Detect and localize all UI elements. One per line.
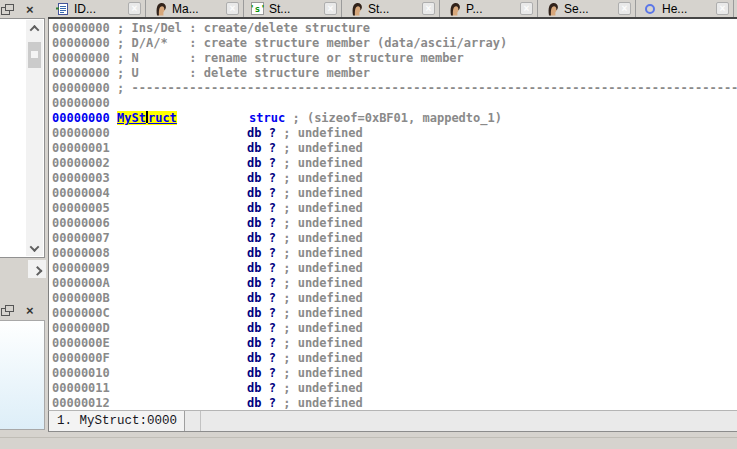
code-line-comment[interactable]: 00000000 ; N : rename structure or struc… bbox=[52, 51, 737, 66]
strings-icon: 's' bbox=[251, 2, 264, 15]
window-bottom-area bbox=[0, 432, 737, 449]
code-line-comment[interactable]: 00000000 ; D/A/* : create structure memb… bbox=[52, 36, 737, 51]
tab-label: P... bbox=[466, 2, 520, 16]
scroll-right-button[interactable] bbox=[28, 260, 46, 278]
code-line-comment[interactable]: 00000000 ; U : delete structure member bbox=[52, 66, 737, 81]
code-line-member[interactable]: 00000005 db ? ; undefined bbox=[52, 201, 737, 216]
tab-close-icon[interactable]: × bbox=[226, 2, 239, 15]
close-panel-icon[interactable]: × bbox=[26, 4, 34, 15]
float-window-icon[interactable] bbox=[1, 305, 14, 316]
code-line-member[interactable]: 0000000E db ? ; undefined bbox=[52, 336, 737, 351]
tab-label: St... bbox=[269, 2, 324, 16]
code-line-member[interactable]: 00000009 db ? ; undefined bbox=[52, 261, 737, 276]
tab-3-st[interactable]: 's'St...× bbox=[244, 0, 342, 17]
head-icon bbox=[153, 2, 167, 16]
tab-close-icon[interactable]: × bbox=[716, 2, 729, 15]
code-line-member[interactable]: 00000008 db ? ; undefined bbox=[52, 246, 737, 261]
tab-6-se[interactable]: Se...× bbox=[538, 0, 636, 17]
scroll-thumb[interactable] bbox=[28, 42, 41, 68]
tab-label: ID... bbox=[74, 2, 128, 16]
code-line-member[interactable]: 0000000B db ? ; undefined bbox=[52, 291, 737, 306]
struct-tab-label: 1. MyStruct:0000 bbox=[57, 414, 177, 428]
scroll-up-button[interactable] bbox=[26, 20, 43, 36]
tab-close-icon[interactable]: × bbox=[324, 2, 337, 15]
ring-icon bbox=[643, 2, 657, 16]
head-icon bbox=[447, 2, 461, 16]
tab-close-icon[interactable]: × bbox=[520, 2, 533, 15]
code-line-member[interactable]: 0000000A db ? ; undefined bbox=[52, 276, 737, 291]
code-line-member[interactable]: 00000002 db ? ; undefined bbox=[52, 156, 737, 171]
tab-close-icon[interactable]: × bbox=[128, 2, 141, 15]
vertical-scrollbar[interactable] bbox=[26, 20, 43, 256]
tab-5-p[interactable]: P...× bbox=[440, 0, 538, 17]
head-icon bbox=[349, 2, 363, 16]
code-line-member[interactable]: 0000000D db ? ; undefined bbox=[52, 321, 737, 336]
code-line-member[interactable]: 00000010 db ? ; undefined bbox=[52, 366, 737, 381]
list-icon bbox=[55, 2, 69, 16]
float-window-icon[interactable] bbox=[1, 4, 14, 15]
code-line-comment[interactable]: 00000000 bbox=[52, 96, 737, 111]
code-line-member[interactable]: 00000011 db ? ; undefined bbox=[52, 381, 737, 396]
code-line-member[interactable]: 00000006 db ? ; undefined bbox=[52, 216, 737, 231]
tab-close-icon[interactable]: × bbox=[618, 2, 631, 15]
head-icon bbox=[545, 2, 559, 16]
tab-7-he[interactable]: He...× bbox=[636, 0, 734, 17]
output-panel[interactable] bbox=[0, 320, 45, 430]
left-dock-strip: × × bbox=[0, 0, 46, 449]
tab-label: He... bbox=[662, 2, 716, 16]
tab-close-icon[interactable]: × bbox=[422, 2, 435, 15]
code-line-member[interactable]: 00000003 db ? ; undefined bbox=[52, 171, 737, 186]
tab-2-ma[interactable]: Ma...× bbox=[146, 0, 244, 17]
code-pane[interactable]: 00000000 ; Ins/Del : create/delete struc… bbox=[48, 19, 737, 410]
code-line-comment[interactable]: 00000000 ; Ins/Del : create/delete struc… bbox=[52, 21, 737, 36]
code-line-member[interactable]: 00000000 db ? ; undefined bbox=[52, 126, 737, 141]
text-caret bbox=[146, 111, 148, 123]
scroll-down-button[interactable] bbox=[26, 240, 43, 256]
tab-bar: ID...×Ma...×'s'St...×St...×P...×Se...×He… bbox=[48, 0, 737, 19]
output-panel-titlebar: × bbox=[0, 301, 46, 319]
left-panel-titlebar: × bbox=[0, 0, 46, 18]
struct-tab-mystruct[interactable]: 1. MyStruct:0000 bbox=[49, 411, 185, 431]
tab-1-id[interactable]: ID...× bbox=[48, 0, 146, 17]
code-line-struct-declaration[interactable]: 00000000 MyStruct struc ; (sizeof=0xBF01… bbox=[52, 111, 737, 126]
code-line-member[interactable]: 0000000F db ? ; undefined bbox=[52, 351, 737, 366]
tab-label: Ma... bbox=[172, 2, 226, 16]
tab-4-st[interactable]: St...× bbox=[342, 0, 440, 17]
struct-tab-bar: 1. MyStruct:0000 bbox=[48, 410, 737, 432]
statusbar-groove bbox=[0, 437, 737, 438]
strip-separator bbox=[200, 411, 201, 431]
code-line-member[interactable]: 00000007 db ? ; undefined bbox=[52, 231, 737, 246]
code-line-member[interactable]: 00000012 db ? ; undefined bbox=[52, 396, 737, 410]
code-line-member[interactable]: 00000004 db ? ; undefined bbox=[52, 186, 737, 201]
struct-name-highlighted[interactable]: MyStruct bbox=[117, 111, 177, 125]
code-line-comment[interactable]: 00000000 ; -----------------------------… bbox=[52, 81, 737, 96]
tab-label: St... bbox=[368, 2, 422, 16]
code-line-member[interactable]: 0000000C db ? ; undefined bbox=[52, 306, 737, 321]
close-panel-icon[interactable]: × bbox=[26, 305, 34, 316]
code-line-member[interactable]: 00000001 db ? ; undefined bbox=[52, 141, 737, 156]
docked-list-panel bbox=[0, 18, 45, 258]
structures-window: ID...×Ma...×'s'St...×St...×P...×Se...×He… bbox=[48, 0, 737, 432]
tab-label: Se... bbox=[564, 2, 618, 16]
